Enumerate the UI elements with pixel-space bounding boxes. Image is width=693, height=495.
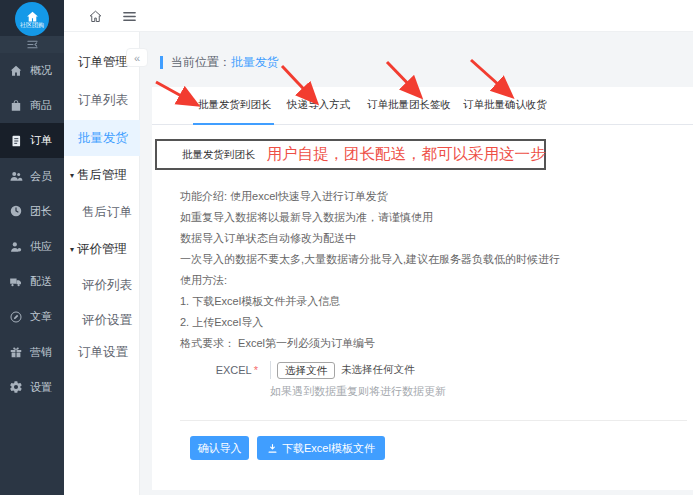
- section-header-box: 批量发货到团长 用户自提，团长配送，都可以采用这一步: [155, 139, 546, 170]
- submenu-item-售后订单[interactable]: 售后订单: [64, 194, 140, 230]
- sidebar-item-label: 概况: [30, 63, 52, 78]
- breadcrumb: 当前位置： 批量发货: [160, 55, 279, 70]
- sidebar-item-label: 商品: [30, 98, 52, 113]
- submenu-item-label: 评价设置: [82, 312, 132, 329]
- sidebar-item-label: 配送: [30, 274, 52, 289]
- gift-icon: [9, 345, 23, 359]
- sidebar-item-label: 团长: [30, 204, 52, 219]
- truck-icon: [9, 275, 23, 289]
- user-plus-icon: [9, 240, 23, 254]
- sidebar-item-供应[interactable]: 供应: [0, 229, 64, 264]
- submenu-item-批量发货[interactable]: 批量发货: [64, 120, 140, 156]
- excel-field-label: EXCEL*: [180, 364, 258, 376]
- submenu-item-label: 订单设置: [78, 344, 128, 361]
- sidebar-item-团长[interactable]: 团长: [0, 194, 64, 229]
- sidebar-item-配送[interactable]: 配送: [0, 264, 64, 299]
- submenu-collapse-button[interactable]: «: [126, 48, 148, 67]
- submenu-item-订单设置[interactable]: 订单设置: [64, 334, 140, 370]
- tab-订单批量确认收货[interactable]: 订单批量确认收货: [463, 98, 547, 125]
- sidebar-item-label: 订单: [30, 133, 52, 148]
- document-icon: [9, 134, 23, 148]
- breadcrumb-current[interactable]: 批量发货: [231, 54, 279, 71]
- description-block: 功能介绍: 使用excel快速导入进行订单发货如重复导入数据将以最新导入数据为准…: [180, 186, 560, 354]
- description-line: 使用方法:: [180, 270, 560, 291]
- sidebar-item-营销[interactable]: 营销: [0, 335, 64, 370]
- submenu-item-评价设置[interactable]: 评价设置: [64, 302, 140, 338]
- sidebar-item-设置[interactable]: 设置: [0, 370, 64, 405]
- pen-circle-icon: [9, 310, 23, 324]
- top-header: [64, 0, 693, 32]
- section-title: 批量发货到团长: [182, 148, 256, 162]
- sidebar-item-会员[interactable]: 会员: [0, 159, 64, 194]
- file-status-text: 未选择任何文件: [341, 363, 415, 377]
- breadcrumb-accent-bar: [160, 56, 163, 69]
- clock-icon: [9, 204, 23, 218]
- excel-form-row: EXCEL* 选择文件 未选择任何文件: [180, 360, 415, 380]
- home-icon[interactable]: [88, 9, 103, 24]
- submenu-item-label: 售后管理: [77, 167, 127, 184]
- users-icon: [9, 169, 23, 183]
- tab-快递导入方式[interactable]: 快递导入方式: [287, 98, 350, 125]
- main-sidebar: 社区团购 概况商品订单会员团长供应配送文章营销设置: [0, 0, 64, 495]
- sidebar-item-label: 设置: [30, 380, 52, 395]
- description-line: 1. 下载Excel模板文件并录入信息: [180, 291, 560, 312]
- submenu-item-评价列表[interactable]: 评价列表: [64, 267, 140, 303]
- submenu-item-label: 售后订单: [82, 204, 132, 221]
- required-mark: *: [254, 364, 258, 376]
- sidebar-item-概况[interactable]: 概况: [0, 53, 64, 88]
- bag-icon: [9, 99, 23, 113]
- sidebar-collapse-button[interactable]: [0, 36, 64, 53]
- section-annotation: 用户自提，团长配送，都可以采用这一步: [267, 144, 546, 165]
- confirm-import-button[interactable]: 确认导入: [190, 436, 249, 460]
- submenu-item-label: 订单列表: [78, 92, 128, 109]
- description-line: 2. 上传Excel导入: [180, 312, 560, 333]
- sidebar-item-文章[interactable]: 文章: [0, 299, 64, 334]
- submenu-item-label: 批量发货: [78, 130, 128, 147]
- submenu-item-订单列表[interactable]: 订单列表: [64, 82, 140, 118]
- submenu-item-label: 评价管理: [77, 241, 127, 258]
- section-divider: [180, 420, 687, 421]
- download-template-button[interactable]: 下载Excel模板文件: [257, 436, 385, 460]
- submenu-item-评价管理[interactable]: ▾评价管理: [64, 231, 140, 267]
- submenu-sidebar: 订单管理 订单列表批量发货▾售后管理售后订单▾评价管理评价列表评价设置订单设置: [64, 32, 140, 495]
- form-hint: 如果遇到数据重复则将进行数据更新: [270, 384, 446, 399]
- app-root: 社区团购 概况商品订单会员团长供应配送文章营销设置 订单管理 订单列表批量发货▾…: [0, 0, 693, 495]
- sidebar-item-商品[interactable]: 商品: [0, 88, 64, 123]
- caret-down-icon: ▾: [70, 244, 74, 253]
- collapse-menu-icon: [27, 40, 38, 49]
- gear-icon: [9, 380, 23, 394]
- home-icon: [9, 64, 23, 78]
- logo-badge: 社区团购: [15, 2, 49, 36]
- choose-file-button[interactable]: 选择文件: [277, 362, 335, 379]
- sidebar-item-label: 文章: [30, 309, 52, 324]
- app-logo[interactable]: 社区团购: [0, 0, 64, 36]
- submenu-item-售后管理[interactable]: ▾售后管理: [64, 157, 140, 193]
- tab-批量发货到团长[interactable]: 批量发货到团长: [198, 98, 272, 125]
- description-line: 数据导入订单状态自动修改为配送中: [180, 228, 560, 249]
- sidebar-item-label: 供应: [30, 239, 52, 254]
- field-divider: [270, 361, 271, 379]
- hamburger-icon[interactable]: [122, 9, 137, 24]
- sidebar-item-label: 营销: [30, 345, 52, 360]
- description-line: 功能介绍: 使用excel快速导入进行订单发货: [180, 186, 560, 207]
- breadcrumb-prefix: 当前位置：: [171, 54, 231, 71]
- tab-bar: 批量发货到团长快递导入方式订单批量团长签收订单批量确认收货: [152, 87, 693, 125]
- sidebar-item-订单[interactable]: 订单: [0, 123, 64, 158]
- house-icon: [26, 11, 39, 22]
- caret-down-icon: ▾: [70, 170, 74, 179]
- tab-订单批量团长签收[interactable]: 订单批量团长签收: [367, 98, 451, 125]
- description-line: 格式要求： Excel第一列必须为订单编号: [180, 333, 560, 354]
- submenu-title: 订单管理: [78, 54, 128, 71]
- description-line: 如重复导入数据将以最新导入数据为准，请谨慎使用: [180, 207, 560, 228]
- download-icon: [267, 443, 278, 454]
- sidebar-item-label: 会员: [30, 169, 52, 184]
- description-line: 一次导入的数据不要太多,大量数据请分批导入,建议在服务器负载低的时候进行: [180, 249, 560, 270]
- logo-text: 社区团购: [20, 22, 44, 28]
- submenu-item-label: 评价列表: [82, 277, 132, 294]
